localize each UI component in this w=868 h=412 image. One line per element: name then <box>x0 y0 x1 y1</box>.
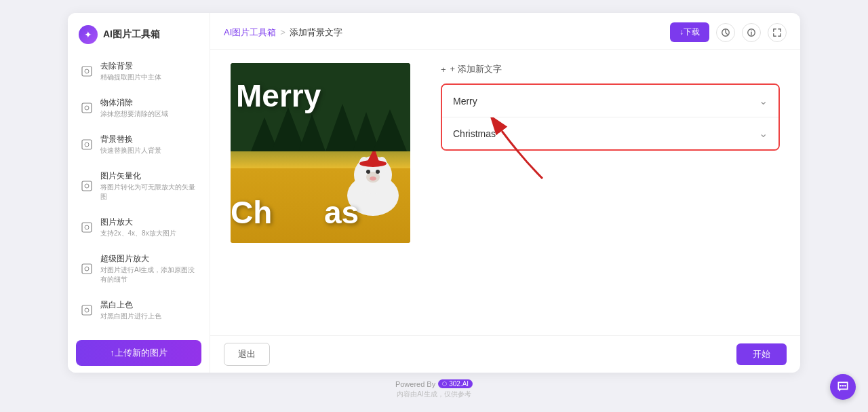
svg-rect-0 <box>82 67 92 76</box>
svg-point-35 <box>370 176 376 181</box>
footer: Powered By ⬡ 302.AI 内容由AI生成，仅供参考 <box>395 379 473 399</box>
svg-point-3 <box>85 106 89 110</box>
text-item-merry-label: Merry <box>453 96 477 107</box>
sidebar-text-bg-replace: 背景替换 快速替换图片人背景 <box>100 134 161 155</box>
sidebar-title-remove-bg: 去除背景 <box>100 60 161 72</box>
svg-rect-8 <box>82 223 92 232</box>
red-arrow-svg <box>481 117 563 185</box>
exit-button[interactable]: 退出 <box>224 343 270 366</box>
sidebar-desc-super-enlarge: 对图片进行AI生成，添加原图没有的细节 <box>100 265 197 284</box>
sidebar-icon-colorize <box>80 303 94 317</box>
svg-point-41 <box>842 385 844 387</box>
footer-powered-by: Powered By ⬡ 302.AI <box>395 379 473 388</box>
svg-point-33 <box>366 170 370 174</box>
sidebar-desc-remove-bg: 精确提取图片中主体 <box>100 73 161 82</box>
chevron-down-icon-merry: ⌄ <box>759 94 768 107</box>
expand-icon-button[interactable] <box>768 23 787 42</box>
svg-point-9 <box>85 225 89 229</box>
svg-rect-10 <box>82 264 92 274</box>
svg-point-20 <box>751 30 751 31</box>
sidebar-desc-enlarge: 支持2x、4x、8x放大图片 <box>100 229 176 238</box>
image-background: Merry Ch as <box>231 63 410 243</box>
add-icon: + <box>441 64 446 75</box>
history-icon-button[interactable] <box>716 23 735 42</box>
svg-point-13 <box>85 308 89 312</box>
sidebar-item-object-remove[interactable]: 物体消除 涂抹您想要清除的区域 <box>73 90 204 126</box>
svg-point-1 <box>85 69 89 73</box>
sidebar-text-colorize: 黑白上色 对黑白图片进行上色 <box>100 299 161 321</box>
chat-bubble-button[interactable] <box>830 374 856 400</box>
info-icon-button[interactable] <box>742 23 761 42</box>
christmas-text-overlay: Ch as <box>231 197 359 228</box>
logo-icon: ✦ <box>79 25 98 44</box>
sidebar-icon-enlarge <box>80 221 94 234</box>
sidebar-items-list: 去除背景 精确提取图片中主体 物体消除 涂抹您想要清除的区域 <box>68 54 210 333</box>
brand-label: 302.AI <box>449 380 469 388</box>
sidebar-title-object-remove: 物体消除 <box>100 97 168 109</box>
download-button[interactable]: ↓下载 <box>670 22 709 42</box>
brand-badge: ⬡ 302.AI <box>438 379 473 388</box>
powered-by-text: Powered By <box>395 380 435 388</box>
svg-point-34 <box>376 170 380 174</box>
sidebar-title-enlarge: 图片放大 <box>100 217 176 228</box>
sidebar-item-bg-replace[interactable]: 背景替换 快速替换图片人背景 <box>73 127 204 162</box>
sidebar-item-super-enlarge[interactable]: 超级图片放大 对图片进行AI生成，添加原图没有的细节 <box>73 246 204 291</box>
sidebar-desc-bg-replace: 快速替换图片人背景 <box>100 146 161 155</box>
sidebar-title-vectorize: 图片矢量化 <box>100 170 197 182</box>
breadcrumb-current: 添加背景文字 <box>290 26 342 39</box>
sidebar-text-remove-bg: 去除背景 精确提取图片中主体 <box>100 60 161 82</box>
preview-image: Merry Ch as <box>231 63 410 243</box>
svg-rect-12 <box>82 305 92 315</box>
sidebar-icon-object-remove <box>80 101 94 115</box>
bottom-bar: 退出 开始 <box>210 335 800 373</box>
upload-button[interactable]: ↑上传新的图片 <box>76 340 201 366</box>
sidebar-item-enlarge[interactable]: 图片放大 支持2x、4x、8x放大图片 <box>73 210 204 245</box>
sidebar-title-colorize: 黑白上色 <box>100 299 161 311</box>
sidebar: ✦ AI图片工具箱 去除背景 精确提取图片中主体 <box>68 13 210 373</box>
text-item-merry[interactable]: Merry ⌄ <box>442 85 778 117</box>
right-panel: + + 添加新文字 Merry ⌄ Christmas ⌄ <box>420 63 780 322</box>
chat-icon <box>836 380 850 394</box>
svg-rect-6 <box>82 181 92 191</box>
sidebar-item-colorize[interactable]: 黑白上色 对黑白图片进行上色 <box>73 293 204 328</box>
work-area: Merry Ch as + + 添加新文字 Merry ⌄ <box>210 50 800 335</box>
breadcrumb: AI图片工具箱 > 添加背景文字 <box>224 26 342 39</box>
sidebar-icon-super-enlarge <box>80 262 94 276</box>
start-button[interactable]: 开始 <box>736 343 787 365</box>
top-actions: ↓下载 <box>670 22 787 42</box>
sidebar-desc-object-remove: 涂抹您想要清除的区域 <box>100 109 168 119</box>
sidebar-item-remove-bg[interactable]: 去除背景 精确提取图片中主体 <box>73 54 204 89</box>
sidebar-icon-vectorize <box>80 179 94 193</box>
svg-point-7 <box>85 184 89 188</box>
breadcrumb-root[interactable]: AI图片工具箱 <box>224 26 276 39</box>
image-panel: Merry Ch as <box>231 63 420 322</box>
add-text-button[interactable]: + + 添加新文字 <box>441 63 780 75</box>
svg-point-5 <box>85 143 89 147</box>
footer-note: 内容由AI生成，仅供参考 <box>395 390 473 399</box>
merry-text-overlay: Merry <box>236 80 321 111</box>
svg-rect-2 <box>82 103 92 113</box>
svg-point-40 <box>840 385 842 387</box>
app-container: ✦ AI图片工具箱 去除背景 精确提取图片中主体 <box>68 13 800 373</box>
sidebar-item-vectorize[interactable]: 图片矢量化 将图片转化为可无限放大的矢量图 <box>73 164 204 208</box>
sidebar-text-super-enlarge: 超级图片放大 对图片进行AI生成，添加原图没有的细节 <box>100 253 197 284</box>
svg-point-11 <box>85 267 89 271</box>
sidebar-desc-vectorize: 将图片转化为可无限放大的矢量图 <box>100 183 197 202</box>
arrow-annotation <box>481 117 563 188</box>
svg-point-42 <box>844 385 846 387</box>
chevron-down-icon-christmas: ⌄ <box>759 127 768 140</box>
expand-icon <box>772 28 782 37</box>
breadcrumb-separator: > <box>280 27 285 37</box>
top-bar: AI图片工具箱 > 添加背景文字 ↓下载 <box>210 13 800 50</box>
sidebar-item-ai-face[interactable]: AI换脸 更换图片人物的脸 <box>73 329 204 333</box>
svg-rect-4 <box>82 140 92 149</box>
sidebar-desc-colorize: 对黑白图片进行上色 <box>100 312 161 321</box>
sidebar-logo: ✦ AI图片工具箱 <box>68 13 210 54</box>
sidebar-icon-bg-replace <box>80 138 94 151</box>
sidebar-title-super-enlarge: 超级图片放大 <box>100 253 197 265</box>
sidebar-icon-remove-bg <box>80 64 94 78</box>
sidebar-title-bg-replace: 背景替换 <box>100 134 161 145</box>
add-text-label: + 添加新文字 <box>450 63 502 75</box>
logo-text: AI图片工具箱 <box>103 29 160 41</box>
sidebar-text-vectorize: 图片矢量化 将图片转化为可无限放大的矢量图 <box>100 170 197 202</box>
